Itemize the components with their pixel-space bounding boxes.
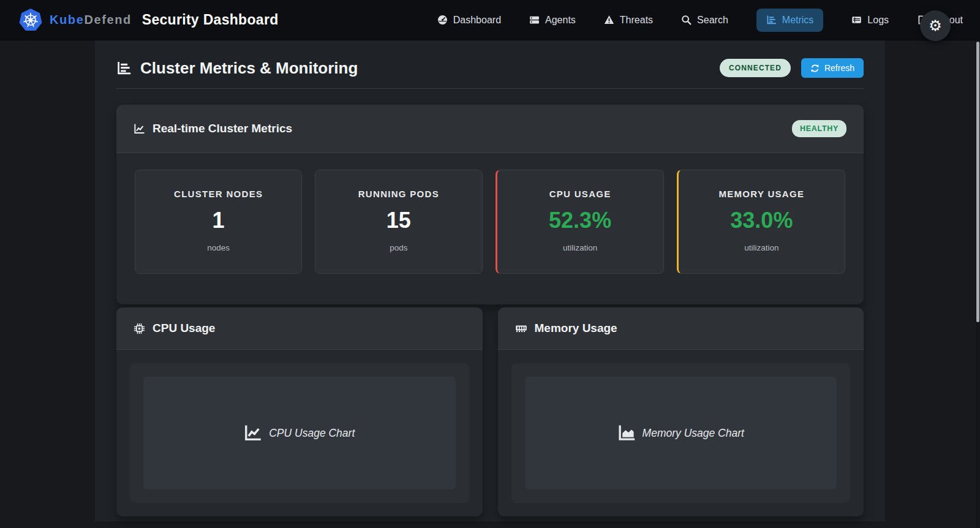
line-chart-icon <box>134 123 145 135</box>
app-title: Security Dashboard <box>142 12 279 28</box>
metric-value: 15 <box>322 208 475 233</box>
brand-kube: Kube <box>50 13 84 26</box>
refresh-button[interactable]: Refresh <box>801 58 864 78</box>
nav-item-label: Agents <box>545 15 576 26</box>
metric-tile-cluster-nodes: CLUSTER NODES 1 nodes <box>135 170 302 274</box>
realtime-metrics-card-header: Real-time Cluster Metrics HEALTHY <box>116 105 864 153</box>
metric-unit: utilization <box>503 243 657 252</box>
metric-value: 33.0% <box>685 208 839 233</box>
page-header: Cluster Metrics & Monitoring CONNECTED R… <box>116 58 864 78</box>
gear-icon: ⚙ <box>929 18 942 33</box>
nav-item-dashboard[interactable]: Dashboard <box>437 15 501 26</box>
page-title-text: Cluster Metrics & Monitoring <box>140 59 358 78</box>
page-title: Cluster Metrics & Monitoring <box>116 59 358 78</box>
header-divider <box>116 88 864 89</box>
memory-ram-icon <box>515 322 527 334</box>
brand: KubeDefend <box>18 8 132 32</box>
metric-tiles: CLUSTER NODES 1 nodes RUNNING PODS 15 po… <box>116 153 864 304</box>
kubernetes-helm-icon <box>18 8 43 32</box>
memory-chart-placeholder-text: Memory Usage Chart <box>643 427 744 440</box>
nav-item-agents[interactable]: Agents <box>529 15 576 26</box>
cpu-usage-card: CPU Usage CPU Usage Chart <box>116 307 483 516</box>
memory-usage-title-text: Memory Usage <box>535 322 617 335</box>
metric-unit: utilization <box>685 243 839 252</box>
metric-tile-running-pods: RUNNING PODS 15 pods <box>315 170 482 274</box>
connection-status-badge: CONNECTED <box>720 59 791 77</box>
nav-item-label: Search <box>697 15 728 26</box>
brand-name: KubeDefend <box>50 13 132 27</box>
metric-unit: pods <box>322 243 475 252</box>
memory-usage-card-title: Memory Usage <box>515 322 617 335</box>
metric-label: MEMORY USAGE <box>685 189 839 199</box>
area-chart-icon <box>617 424 636 442</box>
memory-usage-card-header: Memory Usage <box>498 307 864 350</box>
bar-chart-icon <box>766 15 777 25</box>
memory-chart-body: Memory Usage Chart <box>498 350 864 516</box>
memory-usage-card: Memory Usage Memory Usage Chart <box>498 307 864 516</box>
realtime-metrics-card-title: Real-time Cluster Metrics <box>134 122 292 135</box>
brand-defend: Defend <box>84 13 131 26</box>
top-navbar: KubeDefend Security Dashboard Dashboard … <box>0 0 980 40</box>
cpu-usage-card-title: CPU Usage <box>134 322 215 335</box>
memory-chart-placeholder-content: Memory Usage Chart <box>617 424 744 442</box>
gauge-icon <box>437 15 448 25</box>
cpu-chart-placeholder-text: CPU Usage Chart <box>269 427 355 440</box>
cpu-usage-title-text: CPU Usage <box>153 322 215 335</box>
bar-chart-icon <box>116 61 132 76</box>
nav-item-label: Dashboard <box>453 15 501 26</box>
nav-item-label: Threats <box>620 15 653 26</box>
refresh-button-label: Refresh <box>824 63 854 73</box>
nav-item-logs[interactable]: Logs <box>851 15 889 26</box>
health-status-badge: HEALTHY <box>792 120 846 137</box>
nav-item-search[interactable]: Search <box>681 15 728 26</box>
realtime-metrics-title-text: Real-time Cluster Metrics <box>153 122 292 135</box>
search-icon <box>681 15 692 25</box>
cpu-usage-card-header: CPU Usage <box>116 307 483 350</box>
metric-label: CPU USAGE <box>503 189 657 199</box>
nav-item-threats[interactable]: Threats <box>604 15 653 26</box>
nav-item-label: Metrics <box>782 15 814 26</box>
memory-chart-placeholder: Memory Usage Chart <box>511 363 851 503</box>
realtime-metrics-card: Real-time Cluster Metrics HEALTHY CLUSTE… <box>116 105 864 304</box>
page-header-actions: CONNECTED Refresh <box>720 58 864 78</box>
cpu-chart-placeholder-content: CPU Usage Chart <box>244 424 355 442</box>
nav-links: Dashboard Agents Threats Sear <box>437 9 980 32</box>
metric-value: 52.3% <box>503 208 657 233</box>
charts-row: CPU Usage CPU Usage Chart <box>116 307 864 516</box>
settings-button[interactable]: ⚙ <box>920 10 951 41</box>
metric-tile-memory-usage: MEMORY USAGE 33.0% utilization <box>677 170 845 274</box>
nav-item-label: Logs <box>867 15 889 26</box>
main-content: Cluster Metrics & Monitoring CONNECTED R… <box>95 40 885 521</box>
logs-list-icon <box>851 15 862 25</box>
scrollbar-track[interactable] <box>976 40 980 528</box>
sync-icon <box>810 64 820 73</box>
cpu-chart-body: CPU Usage Chart <box>116 350 483 516</box>
metric-label: RUNNING PODS <box>322 189 475 199</box>
nav-item-metrics[interactable]: Metrics <box>756 9 824 32</box>
warning-triangle-icon <box>604 15 614 25</box>
metric-value: 1 <box>141 208 295 233</box>
metric-label: CLUSTER NODES <box>141 189 295 199</box>
scrollbar-thumb[interactable] <box>976 42 979 322</box>
line-chart-icon <box>244 424 262 442</box>
server-icon <box>529 15 540 25</box>
microchip-icon <box>134 323 145 334</box>
metric-tile-cpu-usage: CPU USAGE 52.3% utilization <box>496 170 664 274</box>
metric-unit: nodes <box>141 243 295 252</box>
cpu-chart-placeholder: CPU Usage Chart <box>130 363 469 503</box>
